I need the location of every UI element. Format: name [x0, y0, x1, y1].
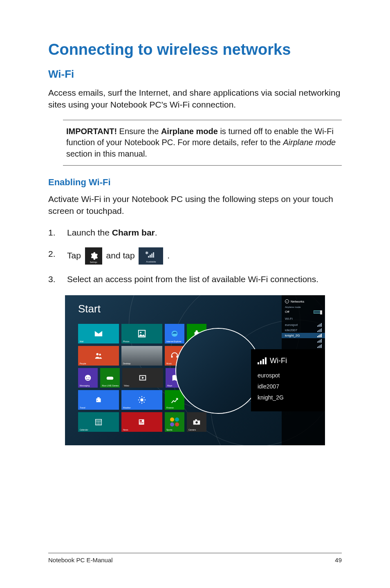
svg-rect-9	[96, 399, 101, 402]
svg-line-18	[144, 402, 145, 403]
svg-point-12	[140, 399, 143, 402]
settings-caption: Settings	[85, 261, 102, 264]
tile-label: News	[123, 429, 128, 431]
tile-calendar[interactable]: Calendar	[78, 412, 119, 432]
footer-title: Notebook PC E-Manual	[48, 557, 113, 563]
zoom-callout: Wi-Fi eurospot idle2007 knight_2G	[147, 332, 325, 442]
step-2-text-c: .	[167, 250, 170, 260]
important-label: IMPORTANT!	[66, 127, 117, 136]
magnifier-lens	[175, 328, 261, 414]
tile-label: Desktop	[123, 362, 130, 365]
svg-point-4	[99, 354, 101, 355]
page-number: 49	[335, 557, 342, 563]
network-item[interactable]: eurospot	[285, 322, 322, 328]
page: Connecting to wireless networks Wi-Fi Ac…	[0, 0, 390, 588]
step-2-text-a: Tap	[67, 250, 83, 260]
intro-paragraph: Access emails, surf the Internet, and sh…	[48, 87, 342, 111]
page-footer: Notebook PC E-Manual 49	[48, 553, 342, 563]
tile-label: Video	[124, 384, 129, 387]
network-name: knight_2G	[258, 394, 284, 401]
callout-network[interactable]: knight_2G	[258, 394, 325, 401]
start-label: Start	[78, 303, 101, 315]
step-1-bold: Charm bar	[112, 228, 155, 237]
back-icon[interactable]: ←	[285, 299, 289, 303]
tile-label: People	[80, 362, 86, 365]
svg-line-19	[144, 397, 145, 398]
step-2: Tap Settings and tap ✱ Available .	[48, 247, 342, 265]
step-2-text-b: and tap	[106, 250, 137, 260]
svg-rect-10	[97, 397, 100, 399]
tile-label: Messaging	[80, 384, 90, 387]
step-1-text-c: .	[155, 228, 157, 237]
available-caption: Available	[139, 260, 163, 264]
tile-games[interactable]: Xbox LIVE Games	[100, 368, 120, 388]
svg-point-5	[85, 375, 91, 381]
tile-label: Calendar	[80, 429, 88, 431]
wifi-callout: Wi-Fi eurospot idle2007 knight_2G	[251, 349, 325, 411]
svg-rect-27	[140, 420, 142, 422]
networks-title: Networks	[291, 300, 304, 303]
important-note-text: IMPORTANT! Ensure the Airplane mode is t…	[66, 126, 338, 160]
asterisk-icon: ✱	[145, 250, 148, 256]
enabling-wifi-heading: Enabling Wi-Fi	[48, 177, 342, 188]
airplane-mode-bold: Airplane mode	[161, 127, 218, 136]
svg-line-20	[139, 402, 140, 403]
windows-start-screenshot: Start Mail Photos Internet Explorer Stor…	[65, 295, 325, 445]
svg-line-17	[139, 397, 140, 398]
svg-point-1	[140, 332, 141, 334]
callout-network[interactable]: idle2007	[258, 383, 325, 390]
airplane-mode-italic: Airplane mode	[283, 138, 336, 147]
network-name: eurospot	[258, 372, 280, 379]
tile-label: Travel	[80, 406, 85, 409]
tile-label: Xbox LIVE Games	[102, 384, 119, 387]
network-name: idle2007	[258, 383, 279, 390]
tile-messaging[interactable]: Messaging	[78, 368, 98, 388]
note-text-1: Ensure the	[117, 127, 161, 136]
tile-mail[interactable]: Mail	[78, 324, 119, 343]
page-heading: Connecting to wireless networks	[48, 41, 342, 59]
section-wifi-heading: Wi-Fi	[48, 68, 342, 81]
airplane-toggle[interactable]	[314, 310, 322, 314]
tile-people[interactable]: People	[78, 346, 119, 366]
available-icon: ✱ Available	[139, 247, 163, 265]
airplane-state: Off	[285, 310, 289, 314]
wifi-icon	[258, 357, 267, 364]
enabling-intro: Activate Wi-Fi in your Notebook PC using…	[48, 193, 342, 217]
svg-rect-11	[97, 400, 98, 401]
network-name: idle2007	[285, 328, 297, 332]
tile-label: Photos	[123, 340, 130, 343]
step-1: Launch the Charm bar.	[48, 226, 342, 239]
note-text-3: section in this manual.	[66, 149, 147, 158]
gear-icon	[89, 251, 98, 260]
svg-point-3	[96, 353, 99, 356]
settings-icon: Settings	[85, 247, 102, 265]
panel-wifi-label: Wi-Fi	[285, 317, 322, 321]
steps-list: Launch the Charm bar. Tap Settings and t…	[48, 226, 342, 285]
callout-title: Wi-Fi	[270, 357, 287, 365]
signal-bars-icon	[148, 252, 154, 258]
step-1-text-a: Launch the	[67, 228, 112, 237]
svg-point-6	[86, 377, 87, 378]
important-note: IMPORTANT! Ensure the Airplane mode is t…	[63, 120, 342, 166]
tile-label: Mail	[80, 340, 83, 343]
tile-label: Weather	[123, 406, 131, 409]
network-name: eurospot	[285, 323, 298, 327]
callout-network[interactable]: eurospot	[258, 372, 325, 379]
step-3: Select an access point from the list of …	[48, 273, 342, 286]
tile-travel[interactable]: Travel	[78, 390, 119, 410]
airplane-mode-label: Airplane mode	[285, 306, 322, 308]
svg-point-7	[89, 377, 90, 378]
